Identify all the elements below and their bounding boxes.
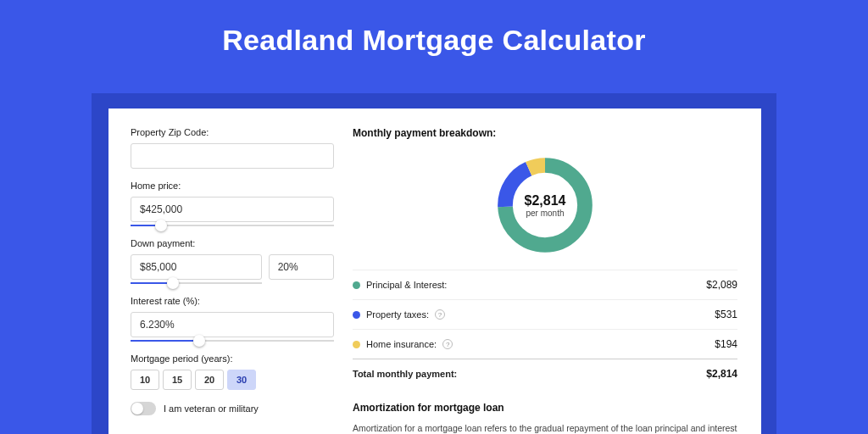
period-label: Mortgage period (years): <box>131 353 334 364</box>
calculator-card: Property Zip Code: Home price: Down paym… <box>108 108 761 434</box>
zip-field: Property Zip Code: <box>131 127 334 169</box>
home-price-input[interactable] <box>131 197 334 222</box>
donut-amount: $2,814 <box>525 193 566 209</box>
down-payment-slider[interactable] <box>131 282 262 284</box>
period-field: Mortgage period (years): 10 15 20 30 <box>131 353 334 390</box>
app-root: Readland Mortgage Calculator Property Zi… <box>0 0 868 434</box>
info-icon[interactable]: ? <box>435 309 445 320</box>
home-price-slider[interactable] <box>131 225 334 226</box>
info-icon[interactable]: ? <box>442 339 453 349</box>
interest-field: Interest rate (%): <box>131 296 334 342</box>
slider-fill <box>131 282 167 284</box>
period-option-15[interactable]: 15 <box>163 370 192 390</box>
amortization-title: Amortization for mortgage loan <box>353 402 737 414</box>
total-value: $2,814 <box>706 368 737 380</box>
donut-center: $2,814 per month <box>492 153 598 258</box>
home-price-label: Home price: <box>131 181 334 191</box>
slider-fill <box>131 340 193 342</box>
donut-wrap: $2,814 per month <box>353 146 737 270</box>
breakdown-row-taxes: Property taxes: ? $531 <box>353 299 737 329</box>
insurance-value: $194 <box>715 338 737 350</box>
veteran-toggle[interactable] <box>131 402 156 415</box>
donut-sub: per month <box>526 209 564 218</box>
down-payment-field: Down payment: <box>131 238 334 284</box>
form-panel: Property Zip Code: Home price: Down paym… <box>108 108 346 434</box>
veteran-label: I am veteran or military <box>164 403 259 414</box>
zip-label: Property Zip Code: <box>131 127 334 137</box>
down-payment-amount-input[interactable] <box>131 254 262 280</box>
slider-fill <box>131 225 155 226</box>
breakdown-title: Monthly payment breakdown: <box>353 127 737 139</box>
toggle-knob <box>131 403 143 415</box>
results-panel: Monthly payment breakdown: $2,814 per mo… <box>346 108 761 434</box>
slider-thumb[interactable] <box>167 277 179 289</box>
pi-value: $2,089 <box>706 279 737 291</box>
legend-dot-blue <box>353 311 360 319</box>
taxes-value: $531 <box>715 309 737 320</box>
interest-slider[interactable] <box>131 340 334 342</box>
legend-dot-yellow <box>353 341 360 348</box>
home-price-field: Home price: <box>131 181 334 226</box>
amortization-section: Amortization for mortgage loan Amortizat… <box>353 402 737 434</box>
period-option-20[interactable]: 20 <box>195 370 224 390</box>
slider-thumb[interactable] <box>155 220 167 231</box>
veteran-row: I am veteran or military <box>131 402 334 415</box>
interest-input[interactable] <box>131 312 334 337</box>
period-option-10[interactable]: 10 <box>131 370 159 390</box>
amortization-text: Amortization for a mortgage loan refers … <box>353 422 737 434</box>
period-group: 10 15 20 30 <box>131 370 334 390</box>
breakdown-row-total: Total monthly payment: $2,814 <box>353 359 737 388</box>
page-title: Readland Mortgage Calculator <box>0 0 868 75</box>
down-payment-label: Down payment: <box>131 238 334 248</box>
interest-label: Interest rate (%): <box>131 296 334 306</box>
total-label: Total monthly payment: <box>353 369 457 379</box>
taxes-label: Property taxes: <box>366 309 429 320</box>
legend-dot-green <box>353 281 360 289</box>
pi-label: Principal & Interest: <box>366 280 447 290</box>
period-option-30[interactable]: 30 <box>227 370 256 390</box>
slider-thumb[interactable] <box>193 335 205 347</box>
insurance-label: Home insurance: <box>366 339 437 349</box>
breakdown-row-insurance: Home insurance: ? $194 <box>353 329 737 359</box>
down-payment-percent-input[interactable] <box>269 254 334 280</box>
zip-input[interactable] <box>131 143 334 169</box>
payment-donut-chart: $2,814 per month <box>492 153 598 258</box>
breakdown-row-pi: Principal & Interest: $2,089 <box>353 270 737 299</box>
